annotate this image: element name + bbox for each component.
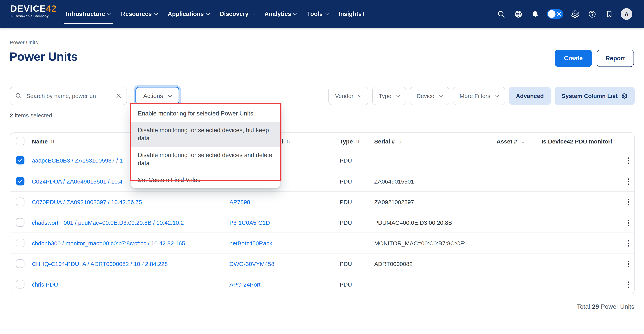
serial-cell: ADRT0000082 xyxy=(374,254,413,274)
table-body: aaapcECE0B3 / ZA1531005937 / 1 PDU C024P… xyxy=(10,150,634,294)
row-checkbox[interactable] xyxy=(16,239,24,247)
table-row: aaapcECE0B3 / ZA1531005937 / 1 PDU xyxy=(10,150,634,171)
sort-icon[interactable]: ↑↓ xyxy=(520,139,524,144)
help-icon[interactable] xyxy=(586,9,598,20)
table-row: chdbnb300 / monitor_mac=00:c0:b7:8c:cf:c… xyxy=(10,233,634,253)
row-checkbox[interactable] xyxy=(16,198,24,206)
actions-dropdown-button[interactable]: Actions xyxy=(136,87,179,105)
serial-cell: PDUMAC=00:0E:D3:00:20:8B xyxy=(374,212,452,233)
brand-tagline: A Freshworks Company xyxy=(10,14,65,18)
nav-item-resources[interactable]: Resources xyxy=(121,11,158,18)
row-checkbox[interactable] xyxy=(16,177,24,186)
device-link[interactable]: APC-24Port xyxy=(230,274,260,294)
column-header-asset[interactable]: Asset #↑↓ xyxy=(496,133,524,150)
row-actions-kebab[interactable] xyxy=(624,238,634,248)
row-checkbox[interactable] xyxy=(16,259,24,268)
row-actions-kebab[interactable] xyxy=(624,218,634,228)
nav-item-analytics[interactable]: Analytics xyxy=(264,11,296,18)
row-checkbox[interactable] xyxy=(16,280,24,288)
power-units-page: DEVICE42 A Freshworks Company Infrastruc… xyxy=(0,0,644,334)
column-header-obscured-fragment[interactable]: l↑↓ xyxy=(282,133,290,150)
actions-menu-item[interactable]: Set Custom Field Value xyxy=(131,172,280,188)
system-column-list-button[interactable]: System Column List xyxy=(555,87,635,105)
device-link[interactable]: netBotz450Rack xyxy=(230,233,272,254)
nav-menus: Infrastructure Resources Applications Di… xyxy=(66,0,365,28)
type-cell: PDU xyxy=(340,274,352,294)
gear-icon[interactable] xyxy=(570,9,580,20)
report-button[interactable]: Report xyxy=(597,50,634,67)
type-cell: PDU xyxy=(340,212,352,233)
device-link[interactable]: CWG-30VYM458 xyxy=(230,254,274,274)
row-actions-kebab[interactable] xyxy=(624,177,634,187)
row-actions-kebab[interactable] xyxy=(624,280,634,290)
chevron-down-icon xyxy=(107,11,111,15)
nav-item-discovery[interactable]: Discovery xyxy=(220,11,254,18)
actions-menu-item[interactable]: Disable monitoring for selected devices,… xyxy=(131,122,280,146)
power-unit-name-link[interactable]: aaapcECE0B3 / ZA1531005937 / 1 xyxy=(32,150,123,171)
column-header-serial[interactable]: Serial #↑↓ xyxy=(374,133,402,150)
select-all-checkbox[interactable] xyxy=(16,137,24,145)
type-cell: PDU xyxy=(340,171,352,192)
globe-icon[interactable] xyxy=(513,9,524,20)
nav-item-applications[interactable]: Applications xyxy=(168,11,209,18)
column-header-type[interactable]: Type↑↓ xyxy=(340,133,359,150)
table-row: C070PDUA / ZA0921002397 / 10.42.86.75 AP… xyxy=(10,191,634,212)
bell-icon[interactable] xyxy=(530,9,541,20)
power-unit-name-link[interactable]: C070PDUA / ZA0921002397 / 10.42.86.75 xyxy=(32,192,142,212)
search-box xyxy=(10,87,127,105)
brand-accent: 42 xyxy=(46,4,57,14)
power-unit-name-link[interactable]: chadsworth-001 / pduMac=00:0E:D3:00:20:8… xyxy=(32,212,184,233)
device-link[interactable]: AP7898 xyxy=(230,192,250,212)
row-actions-kebab[interactable] xyxy=(624,197,634,207)
nav-item-insights-[interactable]: Insights+ xyxy=(339,11,365,18)
column-header-is-device42-pdu-monitoring[interactable]: Is Device42 PDU monitori xyxy=(542,133,612,150)
breadcrumb[interactable]: Power Units xyxy=(10,40,38,46)
serial-cell: ZA0921002397 xyxy=(374,192,414,212)
nav-item-tools[interactable]: Tools xyxy=(307,11,328,18)
power-unit-name-link[interactable]: chris PDU xyxy=(32,274,58,294)
table-row: chris PDU APC-24Port PDU xyxy=(10,274,634,294)
column-header-name[interactable]: Name↑↓ xyxy=(32,133,54,150)
power-unit-name-link[interactable]: CHHQ-C104-PDU_A / ADRT0000082 / 10.42.84… xyxy=(32,254,168,274)
serial-cell: ZA0649015501 xyxy=(374,171,414,192)
sort-icon[interactable]: ↑↓ xyxy=(398,139,402,144)
chevron-down-icon xyxy=(168,93,172,97)
sort-icon[interactable]: ↑↓ xyxy=(356,139,359,144)
create-button[interactable]: Create xyxy=(555,50,592,67)
actions-menu-item[interactable]: Enable monitoring for selected Power Uni… xyxy=(131,105,280,122)
filter-dropdown-type[interactable]: Type xyxy=(372,87,406,105)
device-link[interactable]: P3-1C0A5-C1D xyxy=(230,212,270,233)
search-input[interactable] xyxy=(26,92,112,100)
search-icon xyxy=(15,92,22,100)
power-units-table: Name↑↓ l↑↓ Type↑↓ Serial #↑↓ Asset #↑↓ I… xyxy=(10,132,635,294)
chevron-down-icon xyxy=(206,11,210,15)
row-checkbox[interactable] xyxy=(16,156,24,164)
advanced-button[interactable]: Advanced xyxy=(509,87,551,105)
filter-dropdown-vendor[interactable]: Vendor xyxy=(328,87,368,105)
row-actions-kebab[interactable] xyxy=(624,155,634,166)
type-cell: PDU xyxy=(340,254,352,274)
total-count: Total29Power Units xyxy=(577,303,634,310)
clear-search-icon[interactable] xyxy=(115,93,122,99)
chevron-down-icon xyxy=(358,93,362,97)
row-checkbox[interactable] xyxy=(16,218,24,227)
filter-dropdown-device[interactable]: Device xyxy=(410,87,449,105)
power-unit-name-link[interactable]: C024PDUA / ZA0649015501 / 10.4 xyxy=(32,171,122,192)
power-unit-name-link[interactable]: chdbnb300 / monitor_mac=00:c0:b7:8c:cf:c… xyxy=(32,233,185,254)
theme-toggle[interactable] xyxy=(547,9,563,19)
sort-icon[interactable]: ↑↓ xyxy=(286,139,290,144)
user-avatar[interactable]: A xyxy=(621,8,632,20)
toggle-knob xyxy=(548,10,556,18)
row-actions-kebab[interactable] xyxy=(624,259,634,269)
sort-icon[interactable]: ↑↓ xyxy=(50,139,54,144)
table-header: Name↑↓ l↑↓ Type↑↓ Serial #↑↓ Asset #↑↓ I… xyxy=(10,133,634,150)
filter-dropdown-more-filters[interactable]: More Filters xyxy=(453,87,505,105)
nav-icons: A xyxy=(496,0,632,28)
table-row: CHHQ-C104-PDU_A / ADRT0000082 / 10.42.84… xyxy=(10,253,634,274)
bookmark-icon[interactable] xyxy=(604,9,614,20)
nav-item-infrastructure[interactable]: Infrastructure xyxy=(66,11,111,18)
brand-name: DEVICE xyxy=(10,4,46,14)
actions-menu-item[interactable]: Disable monitoring for selected devices … xyxy=(131,146,280,172)
device42-logo[interactable]: DEVICE42 A Freshworks Company xyxy=(10,4,65,18)
search-icon[interactable] xyxy=(496,9,506,20)
